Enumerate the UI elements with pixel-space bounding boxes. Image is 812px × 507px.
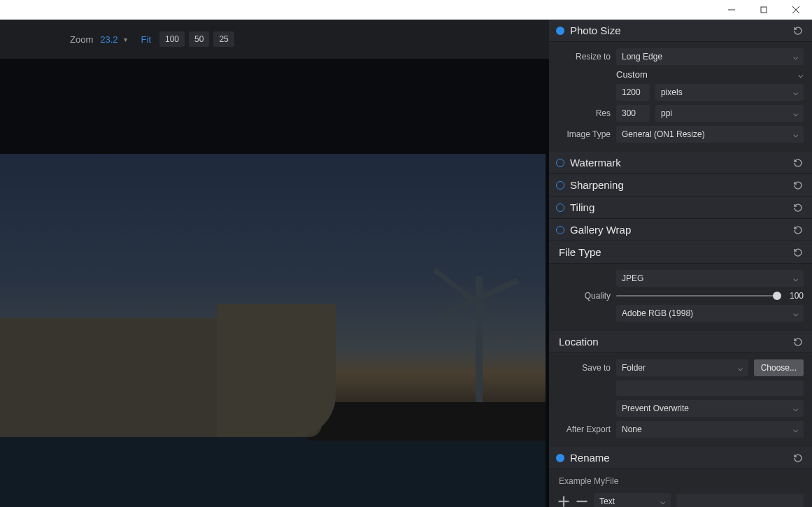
quality-label: Quality	[557, 291, 611, 301]
custom-label: Custom	[616, 69, 792, 80]
reset-icon[interactable]	[792, 452, 804, 464]
zoom-100-button[interactable]: 100	[159, 31, 185, 47]
section-title: Gallery Wrap	[570, 224, 787, 236]
app-body: Zoom 23.2 ▾ Fit 100 50 25 Photo Size	[0, 20, 812, 507]
zoom-toolbar: Zoom 23.2 ▾ Fit 100 50 25	[0, 20, 549, 59]
minimize-icon	[728, 6, 735, 13]
resolution-unit-select[interactable]: ppi ⌵	[655, 105, 804, 122]
reset-icon[interactable]	[792, 25, 804, 36]
section-title: File Type	[559, 246, 787, 258]
resize-to-value: Long Edge	[622, 52, 662, 62]
choose-folder-button[interactable]: Choose...	[754, 359, 804, 376]
section-header-tiling[interactable]: Tiling	[549, 197, 812, 219]
canvas-area[interactable]	[0, 59, 549, 507]
overwrite-select[interactable]: Prevent Overwrite ⌵	[616, 400, 804, 417]
toggle-icon[interactable]	[556, 181, 564, 190]
section-title: Watermark	[570, 157, 787, 169]
chevron-down-icon: ⌵	[660, 497, 665, 506]
resize-to-select[interactable]: Long Edge ⌵	[616, 48, 804, 65]
section-header-gallery-wrap[interactable]: Gallery Wrap	[549, 219, 812, 241]
resolution-unit-value: ppi	[661, 108, 672, 118]
preview-image	[0, 154, 546, 507]
chevron-down-icon: ⌵	[793, 108, 798, 118]
reset-icon[interactable]	[792, 157, 804, 169]
export-panel: Photo Size Resize to Long Edge ⌵ Custom …	[549, 20, 812, 507]
section-body-rename: Example MyFile Text ⌵	[549, 469, 812, 507]
rename-text-input[interactable]	[676, 494, 804, 507]
toggle-icon[interactable]	[556, 226, 564, 234]
chevron-down-icon: ⌵	[793, 404, 798, 413]
size-unit-value: pixels	[661, 87, 683, 97]
after-export-value: None	[622, 424, 642, 434]
after-export-select[interactable]: None ⌵	[616, 421, 804, 438]
section-title: Location	[559, 336, 787, 348]
remove-token-button[interactable]	[576, 495, 588, 507]
resolution-label: Res	[557, 108, 611, 118]
image-type-select[interactable]: General (ON1 Resize) ⌵	[616, 126, 804, 143]
close-icon	[792, 6, 799, 13]
chevron-down-icon: ⌵	[793, 129, 798, 139]
example-value: MyFile	[594, 476, 618, 486]
resize-to-label: Resize to	[557, 52, 611, 62]
quality-value: 100	[783, 291, 804, 301]
section-header-file-type[interactable]: File Type	[549, 241, 812, 264]
section-title: Photo Size	[570, 24, 787, 36]
section-header-location[interactable]: Location	[549, 331, 812, 353]
chevron-down-icon: ⌵	[793, 424, 798, 434]
zoom-fit-button[interactable]: Fit	[141, 34, 151, 45]
after-export-label: After Export	[557, 424, 611, 434]
quality-slider[interactable]	[616, 295, 777, 297]
maximize-icon	[760, 6, 767, 13]
section-header-rename[interactable]: Rename	[549, 447, 812, 469]
section-header-watermark[interactable]: Watermark	[549, 152, 812, 174]
overwrite-value: Prevent Overwrite	[622, 404, 689, 413]
chevron-down-icon: ⌵	[793, 273, 798, 283]
reset-icon[interactable]	[792, 202, 804, 213]
color-space-select[interactable]: Adobe RGB (1998) ⌵	[616, 305, 804, 322]
section-header-photo-size[interactable]: Photo Size	[549, 20, 812, 42]
chevron-down-icon[interactable]: ⌵	[798, 69, 804, 80]
section-header-sharpening[interactable]: Sharpening	[549, 174, 812, 197]
window-minimize-button[interactable]	[715, 0, 748, 20]
minus-icon	[576, 495, 588, 507]
zoom-dropdown-icon[interactable]: ▾	[124, 36, 127, 43]
size-value-input[interactable]	[616, 84, 650, 101]
zoom-25-button[interactable]: 25	[213, 31, 234, 47]
toggle-icon[interactable]	[556, 454, 564, 462]
main-area: Zoom 23.2 ▾ Fit 100 50 25	[0, 20, 549, 507]
save-to-label: Save to	[557, 363, 611, 373]
toggle-icon[interactable]	[556, 203, 564, 212]
toggle-icon[interactable]	[556, 27, 564, 35]
window-close-button[interactable]	[780, 0, 812, 20]
reset-icon[interactable]	[792, 247, 804, 258]
svg-rect-1	[761, 7, 767, 13]
toggle-icon[interactable]	[556, 159, 564, 167]
section-body-file-type: JPEG ⌵ Quality 100 Adobe RGB (1998) ⌵	[549, 264, 812, 331]
section-title: Tiling	[570, 201, 787, 213]
zoom-value[interactable]: 23.2	[100, 34, 117, 45]
image-type-value: General (ON1 Resize)	[622, 129, 705, 139]
reset-icon[interactable]	[792, 180, 804, 191]
reset-icon[interactable]	[792, 224, 804, 236]
section-title: Rename	[570, 452, 787, 464]
color-space-value: Adobe RGB (1998)	[622, 308, 693, 318]
rename-type-select[interactable]: Text ⌵	[594, 493, 671, 507]
plus-icon	[557, 495, 570, 507]
chevron-down-icon: ⌵	[793, 308, 798, 318]
folder-path-input[interactable]	[616, 380, 804, 396]
reset-icon[interactable]	[792, 336, 804, 348]
section-body-location: Save to Folder ⌵ Choose... Prevent Overw…	[549, 353, 812, 447]
zoom-50-button[interactable]: 50	[189, 31, 209, 47]
window-maximize-button[interactable]	[748, 0, 780, 20]
size-unit-select[interactable]: pixels ⌵	[655, 84, 804, 101]
resolution-input[interactable]	[616, 105, 650, 122]
section-body-photo-size: Resize to Long Edge ⌵ Custom ⌵ pixels ⌵	[549, 42, 812, 152]
add-token-button[interactable]	[557, 495, 570, 507]
file-format-select[interactable]: JPEG ⌵	[616, 270, 804, 287]
image-type-label: Image Type	[557, 129, 611, 139]
save-to-select[interactable]: Folder ⌵	[616, 359, 748, 376]
rename-type-value: Text	[599, 497, 615, 506]
zoom-label: Zoom	[70, 34, 93, 45]
chevron-down-icon: ⌵	[793, 87, 798, 97]
slider-thumb[interactable]	[773, 292, 781, 300]
